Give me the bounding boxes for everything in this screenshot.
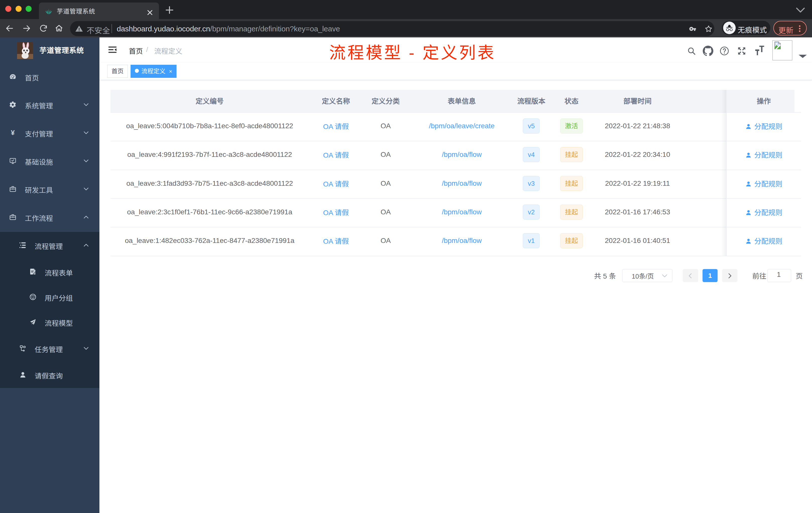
svg-text:¥: ¥ (11, 129, 15, 137)
